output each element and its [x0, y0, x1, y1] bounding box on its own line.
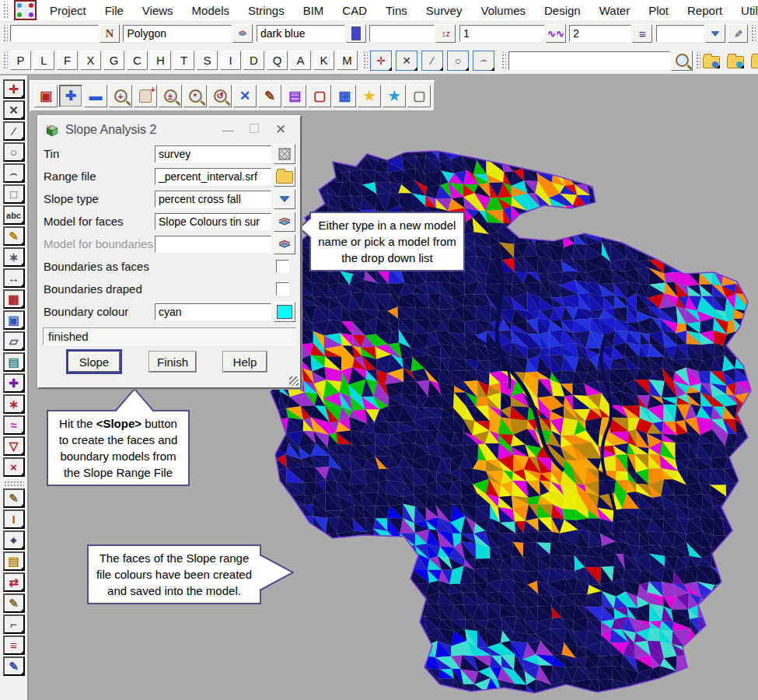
cursor-target-button[interactable]: ✛: [3, 79, 25, 99]
translate-button[interactable]: ✚: [3, 373, 25, 393]
cad-letter-a-button[interactable]: A: [290, 51, 311, 70]
menu-survey[interactable]: Survey: [417, 4, 472, 17]
menu-tins[interactable]: Tins: [376, 4, 417, 17]
grid-button[interactable]: ▦: [3, 289, 25, 309]
cad-letter-h-button[interactable]: H: [150, 51, 171, 70]
raster-button[interactable]: ▤: [3, 352, 25, 372]
cad-letter-k-button[interactable]: K: [313, 51, 334, 70]
rotate-view-button[interactable]: ↺: [208, 85, 232, 107]
search-input[interactable]: [508, 51, 670, 70]
freehand-draw-button[interactable]: ✎: [3, 488, 25, 508]
toolbar-grip[interactable]: [2, 52, 8, 69]
cad-letter-f-button[interactable]: F: [57, 51, 78, 70]
polygon-button[interactable]: ▱: [3, 331, 25, 351]
window-save-button[interactable]: ▣: [34, 85, 58, 107]
clean-view-button[interactable]: ✎: [258, 85, 281, 107]
menu-design[interactable]: Design: [535, 4, 590, 17]
slope-type-dropdown-button[interactable]: [274, 189, 295, 209]
boundaries-as-faces-checkbox[interactable]: [276, 260, 289, 273]
profile-button[interactable]: ⌐: [3, 614, 25, 634]
menu-models[interactable]: Models: [183, 4, 239, 17]
style-input[interactable]: [123, 25, 232, 42]
tin-input[interactable]: [155, 145, 271, 163]
menubar-grip[interactable]: [2, 2, 8, 19]
model-faces-dropdown-button[interactable]: [274, 212, 295, 232]
boundaries-draped-checkbox[interactable]: [276, 282, 289, 296]
maximize-button[interactable]: [241, 124, 267, 135]
interface-button[interactable]: I: [3, 509, 25, 529]
cad-letter-x-button[interactable]: X: [80, 51, 101, 70]
slope-type-input[interactable]: [155, 191, 271, 208]
menu-report[interactable]: Report: [678, 4, 732, 17]
snaps-star-button[interactable]: ★: [382, 85, 406, 107]
redraw-view-button[interactable]: ✕: [233, 85, 257, 107]
cad-letter-i-button[interactable]: I: [220, 51, 241, 70]
name-select-button[interactable]: N: [100, 24, 120, 43]
cad-letter-p-button[interactable]: P: [10, 51, 31, 70]
finish-button[interactable]: Finish: [149, 352, 196, 372]
menu-file[interactable]: File: [96, 4, 133, 17]
dialog-resize-grip[interactable]: [289, 376, 299, 386]
project-folder-icon[interactable]: [751, 56, 758, 68]
delete-point-button[interactable]: ×: [3, 457, 25, 477]
arc-snap-button[interactable]: ⌢: [473, 51, 494, 71]
cad-letter-q-button[interactable]: Q: [267, 51, 288, 70]
toolbar-grip[interactable]: [362, 52, 368, 69]
edit-notes-button[interactable]: ▤: [3, 551, 25, 571]
boundary-colour-input[interactable]: [155, 303, 271, 320]
grid-view-button[interactable]: ▦: [333, 85, 356, 107]
range-file-browse-button[interactable]: [274, 166, 295, 187]
edit-structure-button[interactable]: ✎: [3, 656, 25, 676]
cad-letter-s-button[interactable]: S: [197, 51, 218, 70]
model-faces-input[interactable]: [155, 213, 271, 230]
measure-button[interactable]: ↔: [3, 268, 25, 288]
name-input[interactable]: [10, 25, 99, 42]
linestyle-button[interactable]: ≡: [632, 24, 652, 43]
toolbar-grip[interactable]: [2, 25, 8, 42]
fit-extents-button[interactable]: +: [109, 85, 132, 107]
height-z-button[interactable]: ↕z: [435, 24, 456, 43]
colour-input[interactable]: [257, 25, 345, 42]
paintbrush-button[interactable]: ✎: [3, 226, 25, 246]
circle-create-button[interactable]: ○: [3, 142, 25, 162]
rectangle-create-button[interactable]: □: [3, 184, 25, 204]
text-create-button[interactable]: abc: [3, 205, 25, 225]
favourites-star-button[interactable]: ★: [358, 85, 381, 107]
cad-letter-g-button[interactable]: G: [103, 51, 124, 70]
help-button[interactable]: Help: [223, 352, 267, 372]
circle-snap-button[interactable]: ○: [447, 51, 469, 71]
view-copy-button[interactable]: ▣: [3, 310, 25, 330]
dialog-title-bar[interactable]: 12 Slope Analysis 2 — ✕: [39, 117, 300, 142]
cad-letter-d-button[interactable]: D: [243, 51, 264, 70]
coloured-string-button[interactable]: ≈: [3, 415, 25, 435]
cad-letter-m-button[interactable]: M: [337, 51, 358, 70]
plot-view-button[interactable]: ▤: [283, 85, 306, 107]
menu-views[interactable]: Views: [133, 4, 183, 17]
tin-picker-button[interactable]: [274, 144, 295, 164]
shrink-view-button[interactable]: *: [183, 85, 207, 107]
tinable-dropdown-button[interactable]: [705, 24, 725, 43]
menu-volumes[interactable]: Volumes: [471, 4, 535, 17]
toolbar-grip[interactable]: [695, 52, 700, 69]
cad-letter-t-button[interactable]: T: [173, 51, 194, 70]
minimize-button[interactable]: —: [215, 123, 241, 136]
survey-instrument-button[interactable]: ⌖: [3, 530, 25, 550]
colour-swatch-button[interactable]: [346, 24, 366, 43]
pan-button[interactable]: [134, 85, 157, 107]
zoom-out-button[interactable]: ▬: [84, 85, 107, 107]
utility-folder-icon[interactable]: [727, 56, 744, 68]
model-folder-icon[interactable]: [703, 56, 720, 68]
range-file-input[interactable]: [155, 168, 271, 185]
model-boundaries-input[interactable]: [155, 236, 271, 253]
cad-letter-c-button[interactable]: C: [127, 51, 148, 70]
menu-utilities[interactable]: Utilities: [732, 4, 758, 17]
boundary-colour-swatch-button[interactable]: [274, 302, 295, 322]
close-button[interactable]: ✕: [267, 121, 294, 138]
flip-button[interactable]: ⇄: [3, 572, 25, 592]
eyedropper-button[interactable]: ✎: [728, 24, 748, 43]
menu-plot[interactable]: Plot: [639, 4, 678, 17]
shield-button[interactable]: ▽: [3, 436, 25, 456]
create-point-button[interactable]: ∗: [3, 247, 25, 267]
weight-input[interactable]: [459, 25, 545, 42]
slope-button[interactable]: Slope: [68, 352, 120, 372]
